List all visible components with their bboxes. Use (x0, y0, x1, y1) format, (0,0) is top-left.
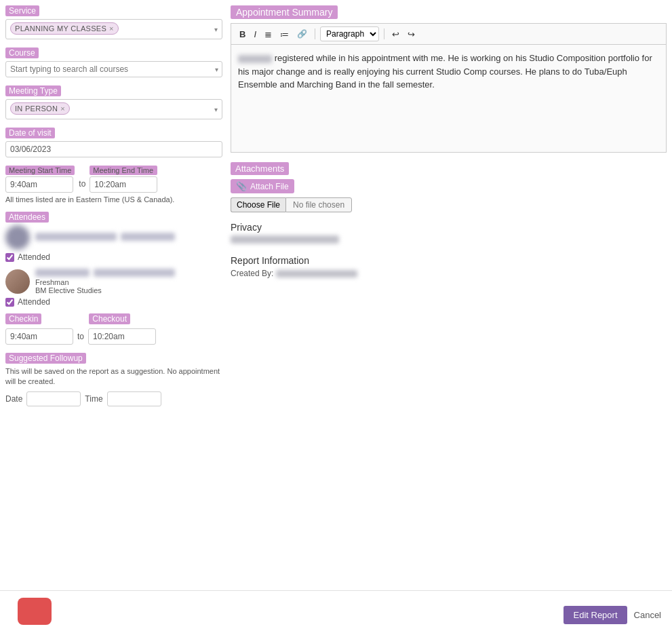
course-field-group: Course ▾ (5, 47, 222, 77)
privacy-section: Privacy (231, 222, 667, 246)
meeting-type-select[interactable]: In Person × ▾ (5, 99, 222, 119)
report-info-section: Report Information Created By: (231, 255, 667, 278)
attach-file-button[interactable]: 📎 Attach File (231, 179, 294, 193)
file-chooser-row: Choose File No file chosen (231, 197, 667, 212)
service-chevron-icon: ▾ (214, 26, 218, 33)
edit-report-button[interactable]: Edit Report (564, 606, 627, 624)
toolbar-bullet-btn[interactable]: ≣ (262, 28, 275, 41)
report-info-line: Created By: (231, 269, 667, 278)
meeting-type-chevron-icon: ▾ (214, 106, 218, 113)
service-select[interactable]: Planning My Classes × ▾ (5, 19, 222, 39)
privacy-title: Privacy (231, 222, 667, 233)
attendee-2-name-line (35, 269, 222, 277)
meeting-type-label: Meeting Type (5, 85, 61, 96)
toolbar-divider-2 (384, 28, 384, 39)
time-row: Meeting Start Time to Meeting End Time (5, 166, 222, 193)
meeting-type-tag: In Person × (10, 102, 70, 115)
attendee-2-name-blur-1 (35, 269, 90, 277)
report-created-by-blur (276, 270, 357, 277)
attendee-2-program: BM Elective Studies (35, 286, 222, 294)
start-time-group: Meeting Start Time (5, 166, 75, 193)
editor-toolbar: B I ≣ ≔ 🔗 Paragraph ↩ ↪ (231, 23, 667, 44)
toolbar-paragraph-select[interactable]: Paragraph (320, 26, 379, 41)
right-column: Appointment Summary B I ≣ ≔ 🔗 Paragraph … (231, 5, 667, 585)
followup-time-input[interactable] (107, 391, 161, 406)
service-field-group: Service Planning My Classes × ▾ (5, 5, 222, 39)
red-blob-indicator (18, 598, 52, 625)
date-label: Date of visit (5, 128, 55, 138)
attendee-1-name-blur (35, 233, 117, 241)
to-label-1: to (79, 179, 85, 189)
attendee-1-info (35, 233, 222, 242)
toolbar-redo-btn[interactable]: ↪ (405, 28, 418, 41)
followup-time-label: Time (85, 394, 102, 404)
followup-date-input[interactable] (26, 391, 81, 406)
time-field-group: Meeting Start Time to Meeting End Time A… (5, 166, 222, 204)
attendee-2-avatar (5, 269, 30, 294)
start-time-label: Meeting Start Time (5, 166, 75, 175)
checkin-input[interactable] (5, 328, 73, 345)
course-select-wrap: ▾ (5, 61, 222, 77)
course-input[interactable] (5, 61, 222, 77)
followup-date-time-row: Date Time (5, 391, 222, 406)
attendees-label: Attendees (5, 212, 49, 223)
checkout-input[interactable] (88, 328, 156, 345)
attendee-2-block: Freshman BM Elective Studies Attended (5, 269, 222, 307)
attendees-section: Attendees Attended (5, 212, 222, 345)
followup-date-label: Date (5, 394, 22, 404)
editor-content[interactable]: registered while in his appointment with… (231, 44, 667, 153)
attendee-1-attended-checkbox[interactable] (5, 253, 14, 262)
end-time-input[interactable] (90, 176, 157, 193)
footer-left (11, 598, 557, 632)
attendee-1-name-blur-2 (121, 233, 175, 241)
checkin-checkout-group: Checkin Checkout to (5, 313, 222, 345)
attendee-1-item (5, 225, 222, 250)
attendee-1-avatar (5, 225, 30, 250)
toolbar-undo-btn[interactable]: ↩ (389, 28, 402, 41)
start-time-input[interactable] (5, 176, 73, 193)
created-by-label: Created By: (231, 269, 273, 278)
service-label: Service (5, 5, 39, 16)
attendee-2-item: Freshman BM Elective Studies (5, 269, 222, 294)
followup-description: This will be saved on the report as a su… (5, 366, 222, 387)
attendee-2-info: Freshman BM Elective Studies (35, 269, 222, 294)
toolbar-divider-1 (315, 28, 315, 39)
attendee-1-name-line (35, 233, 222, 241)
attendee-2-attended-row[interactable]: Attended (5, 297, 222, 307)
service-tag-close[interactable]: × (109, 24, 114, 33)
meeting-type-field-group: Meeting Type In Person × ▾ (5, 85, 222, 119)
attendee-1-attended-row[interactable]: Attended (5, 252, 222, 262)
footer-bar: Edit Report Cancel (0, 590, 672, 633)
appointment-summary-title: Appointment Summary (231, 5, 338, 19)
course-label: Course (5, 47, 39, 58)
meeting-type-tag-close[interactable]: × (60, 104, 65, 113)
service-tag: Planning My Classes × (10, 22, 119, 35)
time-note: All times listed are in Eastern Time (US… (5, 195, 222, 204)
attachments-title: Attachments (231, 162, 289, 175)
attendee-2-title: Freshman (35, 278, 222, 286)
toolbar-italic-btn[interactable]: I (251, 28, 259, 41)
toolbar-link-btn[interactable]: 🔗 (294, 28, 310, 40)
paperclip-icon: 📎 (236, 181, 247, 191)
attach-file-row: 📎 Attach File (231, 179, 667, 197)
cancel-button[interactable]: Cancel (634, 610, 661, 620)
toolbar-numbered-btn[interactable]: ≔ (277, 28, 292, 41)
privacy-blur-value (231, 235, 339, 244)
end-time-group: Meeting End Time (90, 166, 157, 193)
attendee-2-name-blur-2 (94, 269, 175, 277)
editor-blurred-name (238, 55, 272, 63)
checkout-label: Checkout (89, 313, 130, 324)
attendee-1-block: Attended (5, 225, 222, 262)
checkin-checkout-row: to (5, 328, 222, 345)
toolbar-bold-btn[interactable]: B (237, 28, 248, 41)
appointment-summary-section: Appointment Summary B I ≣ ≔ 🔗 Paragraph … (231, 5, 667, 153)
choose-file-button[interactable]: Choose File (231, 197, 285, 212)
date-input[interactable] (5, 141, 222, 157)
followup-section: Suggested Followup This will be saved on… (5, 353, 222, 406)
attendee-2-attended-checkbox[interactable] (5, 298, 14, 307)
attachments-section: Attachments 📎 Attach File Choose File No… (231, 162, 667, 212)
checkin-label: Checkin (5, 313, 41, 324)
no-file-text: No file chosen (285, 197, 352, 212)
date-field-group: Date of visit (5, 128, 222, 157)
followup-label: Suggested Followup (5, 353, 86, 364)
